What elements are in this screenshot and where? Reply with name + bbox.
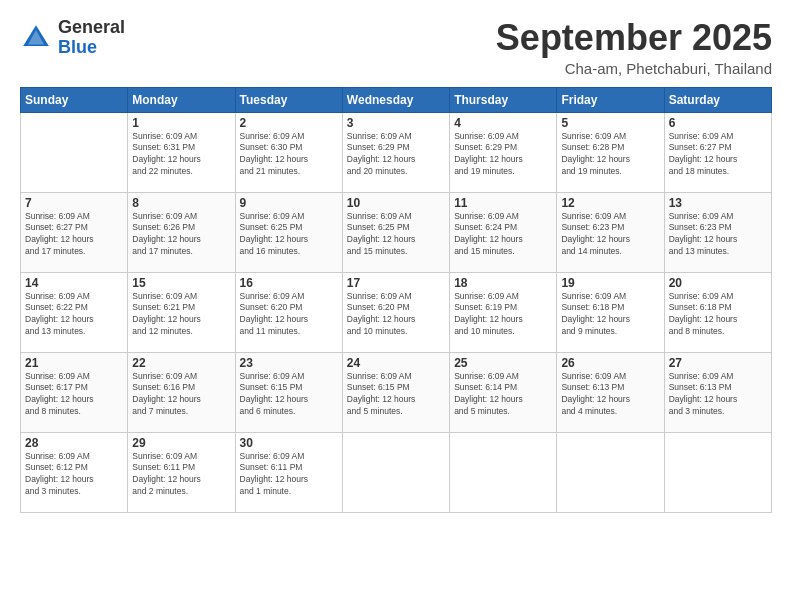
- calendar-cell: 11Sunrise: 6:09 AM Sunset: 6:24 PM Dayli…: [450, 192, 557, 272]
- day-number: 3: [347, 116, 445, 130]
- day-info: Sunrise: 6:09 AM Sunset: 6:14 PM Dayligh…: [454, 371, 552, 419]
- calendar-cell: 29Sunrise: 6:09 AM Sunset: 6:11 PM Dayli…: [128, 432, 235, 512]
- day-number: 30: [240, 436, 338, 450]
- calendar-cell: 14Sunrise: 6:09 AM Sunset: 6:22 PM Dayli…: [21, 272, 128, 352]
- calendar-cell: 17Sunrise: 6:09 AM Sunset: 6:20 PM Dayli…: [342, 272, 449, 352]
- day-number: 12: [561, 196, 659, 210]
- calendar-cell: 6Sunrise: 6:09 AM Sunset: 6:27 PM Daylig…: [664, 112, 771, 192]
- calendar-week-row: 21Sunrise: 6:09 AM Sunset: 6:17 PM Dayli…: [21, 352, 772, 432]
- calendar-cell: 13Sunrise: 6:09 AM Sunset: 6:23 PM Dayli…: [664, 192, 771, 272]
- day-number: 7: [25, 196, 123, 210]
- calendar-cell: 24Sunrise: 6:09 AM Sunset: 6:15 PM Dayli…: [342, 352, 449, 432]
- logo: General Blue: [20, 18, 125, 58]
- calendar-week-row: 28Sunrise: 6:09 AM Sunset: 6:12 PM Dayli…: [21, 432, 772, 512]
- calendar-day-header: Friday: [557, 87, 664, 112]
- calendar-day-header: Monday: [128, 87, 235, 112]
- day-number: 5: [561, 116, 659, 130]
- calendar-cell: 26Sunrise: 6:09 AM Sunset: 6:13 PM Dayli…: [557, 352, 664, 432]
- calendar-day-header: Wednesday: [342, 87, 449, 112]
- day-info: Sunrise: 6:09 AM Sunset: 6:23 PM Dayligh…: [561, 211, 659, 259]
- day-info: Sunrise: 6:09 AM Sunset: 6:13 PM Dayligh…: [561, 371, 659, 419]
- day-number: 4: [454, 116, 552, 130]
- day-number: 1: [132, 116, 230, 130]
- day-info: Sunrise: 6:09 AM Sunset: 6:31 PM Dayligh…: [132, 131, 230, 179]
- calendar-day-header: Tuesday: [235, 87, 342, 112]
- day-info: Sunrise: 6:09 AM Sunset: 6:15 PM Dayligh…: [347, 371, 445, 419]
- day-number: 15: [132, 276, 230, 290]
- day-number: 26: [561, 356, 659, 370]
- logo-text: General Blue: [58, 18, 125, 58]
- day-number: 13: [669, 196, 767, 210]
- calendar: SundayMondayTuesdayWednesdayThursdayFrid…: [20, 87, 772, 513]
- calendar-cell: 27Sunrise: 6:09 AM Sunset: 6:13 PM Dayli…: [664, 352, 771, 432]
- header: General Blue September 2025 Cha-am, Phet…: [20, 18, 772, 77]
- day-info: Sunrise: 6:09 AM Sunset: 6:23 PM Dayligh…: [669, 211, 767, 259]
- day-info: Sunrise: 6:09 AM Sunset: 6:13 PM Dayligh…: [669, 371, 767, 419]
- day-number: 20: [669, 276, 767, 290]
- page: General Blue September 2025 Cha-am, Phet…: [0, 0, 792, 612]
- day-number: 29: [132, 436, 230, 450]
- day-number: 22: [132, 356, 230, 370]
- location: Cha-am, Phetchaburi, Thailand: [496, 60, 772, 77]
- day-number: 25: [454, 356, 552, 370]
- calendar-day-header: Saturday: [664, 87, 771, 112]
- day-number: 11: [454, 196, 552, 210]
- day-info: Sunrise: 6:09 AM Sunset: 6:25 PM Dayligh…: [347, 211, 445, 259]
- day-number: 10: [347, 196, 445, 210]
- day-number: 18: [454, 276, 552, 290]
- day-number: 9: [240, 196, 338, 210]
- calendar-week-row: 7Sunrise: 6:09 AM Sunset: 6:27 PM Daylig…: [21, 192, 772, 272]
- calendar-cell: [557, 432, 664, 512]
- calendar-week-row: 1Sunrise: 6:09 AM Sunset: 6:31 PM Daylig…: [21, 112, 772, 192]
- day-number: 6: [669, 116, 767, 130]
- calendar-cell: 21Sunrise: 6:09 AM Sunset: 6:17 PM Dayli…: [21, 352, 128, 432]
- calendar-cell: [664, 432, 771, 512]
- day-info: Sunrise: 6:09 AM Sunset: 6:16 PM Dayligh…: [132, 371, 230, 419]
- calendar-cell: 12Sunrise: 6:09 AM Sunset: 6:23 PM Dayli…: [557, 192, 664, 272]
- logo-blue: Blue: [58, 37, 97, 57]
- day-number: 21: [25, 356, 123, 370]
- day-info: Sunrise: 6:09 AM Sunset: 6:27 PM Dayligh…: [25, 211, 123, 259]
- day-info: Sunrise: 6:09 AM Sunset: 6:29 PM Dayligh…: [454, 131, 552, 179]
- day-info: Sunrise: 6:09 AM Sunset: 6:18 PM Dayligh…: [669, 291, 767, 339]
- month-title: September 2025: [496, 18, 772, 58]
- logo-icon: [20, 22, 52, 54]
- calendar-cell: 8Sunrise: 6:09 AM Sunset: 6:26 PM Daylig…: [128, 192, 235, 272]
- calendar-cell: 19Sunrise: 6:09 AM Sunset: 6:18 PM Dayli…: [557, 272, 664, 352]
- day-number: 8: [132, 196, 230, 210]
- calendar-cell: 23Sunrise: 6:09 AM Sunset: 6:15 PM Dayli…: [235, 352, 342, 432]
- day-info: Sunrise: 6:09 AM Sunset: 6:18 PM Dayligh…: [561, 291, 659, 339]
- day-info: Sunrise: 6:09 AM Sunset: 6:26 PM Dayligh…: [132, 211, 230, 259]
- day-info: Sunrise: 6:09 AM Sunset: 6:30 PM Dayligh…: [240, 131, 338, 179]
- calendar-day-header: Thursday: [450, 87, 557, 112]
- calendar-cell: 5Sunrise: 6:09 AM Sunset: 6:28 PM Daylig…: [557, 112, 664, 192]
- calendar-header-row: SundayMondayTuesdayWednesdayThursdayFrid…: [21, 87, 772, 112]
- calendar-cell: 7Sunrise: 6:09 AM Sunset: 6:27 PM Daylig…: [21, 192, 128, 272]
- day-number: 28: [25, 436, 123, 450]
- calendar-cell: 28Sunrise: 6:09 AM Sunset: 6:12 PM Dayli…: [21, 432, 128, 512]
- day-number: 27: [669, 356, 767, 370]
- calendar-cell: [450, 432, 557, 512]
- logo-general: General: [58, 17, 125, 37]
- day-number: 24: [347, 356, 445, 370]
- calendar-cell: 1Sunrise: 6:09 AM Sunset: 6:31 PM Daylig…: [128, 112, 235, 192]
- day-info: Sunrise: 6:09 AM Sunset: 6:11 PM Dayligh…: [240, 451, 338, 499]
- calendar-day-header: Sunday: [21, 87, 128, 112]
- calendar-cell: 25Sunrise: 6:09 AM Sunset: 6:14 PM Dayli…: [450, 352, 557, 432]
- calendar-cell: [342, 432, 449, 512]
- calendar-cell: 18Sunrise: 6:09 AM Sunset: 6:19 PM Dayli…: [450, 272, 557, 352]
- day-info: Sunrise: 6:09 AM Sunset: 6:11 PM Dayligh…: [132, 451, 230, 499]
- day-info: Sunrise: 6:09 AM Sunset: 6:22 PM Dayligh…: [25, 291, 123, 339]
- day-info: Sunrise: 6:09 AM Sunset: 6:21 PM Dayligh…: [132, 291, 230, 339]
- day-number: 14: [25, 276, 123, 290]
- calendar-cell: 9Sunrise: 6:09 AM Sunset: 6:25 PM Daylig…: [235, 192, 342, 272]
- calendar-cell: 3Sunrise: 6:09 AM Sunset: 6:29 PM Daylig…: [342, 112, 449, 192]
- calendar-cell: 30Sunrise: 6:09 AM Sunset: 6:11 PM Dayli…: [235, 432, 342, 512]
- day-info: Sunrise: 6:09 AM Sunset: 6:19 PM Dayligh…: [454, 291, 552, 339]
- day-info: Sunrise: 6:09 AM Sunset: 6:24 PM Dayligh…: [454, 211, 552, 259]
- calendar-cell: 10Sunrise: 6:09 AM Sunset: 6:25 PM Dayli…: [342, 192, 449, 272]
- day-info: Sunrise: 6:09 AM Sunset: 6:15 PM Dayligh…: [240, 371, 338, 419]
- day-info: Sunrise: 6:09 AM Sunset: 6:12 PM Dayligh…: [25, 451, 123, 499]
- day-info: Sunrise: 6:09 AM Sunset: 6:20 PM Dayligh…: [240, 291, 338, 339]
- day-info: Sunrise: 6:09 AM Sunset: 6:29 PM Dayligh…: [347, 131, 445, 179]
